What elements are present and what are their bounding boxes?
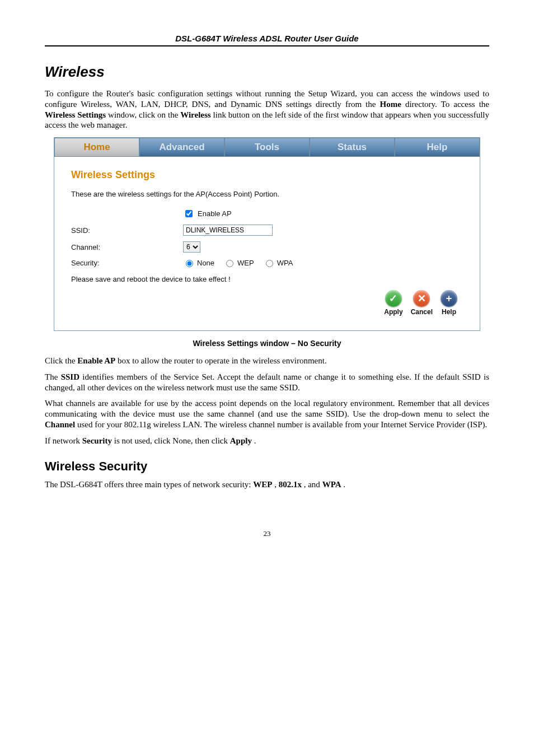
paragraph-security: If network Security is not used, click N… [45, 436, 489, 446]
screenshot-wireless-settings: Home Advanced Tools Status Help Wireless… [54, 137, 480, 331]
text: identifies members of the Service Set. A… [45, 372, 489, 392]
tab-tools[interactable]: Tools [224, 138, 310, 157]
security-label: Security: [71, 259, 183, 267]
text: box to allow the router to operate in th… [118, 356, 327, 365]
text: is not used, click None, then click [114, 436, 230, 445]
radio-wpa[interactable] [266, 260, 273, 267]
paragraph-wsec: The DSL-G684T offers three main types of… [45, 479, 489, 490]
text: Click the [45, 356, 77, 365]
channel-select[interactable]: 6 [183, 241, 200, 253]
intro-paragraph: To configure the Router's basic configur… [45, 88, 489, 130]
ssid-input[interactable] [183, 225, 273, 236]
section-heading-wireless: Wireless [45, 63, 489, 81]
cancel-button[interactable]: ✕ Cancel [411, 290, 433, 316]
paragraph-enable-ap: Click the Enable AP box to allow the rou… [45, 356, 489, 366]
plus-icon: + [441, 290, 457, 307]
security-option-wep[interactable]: WEP [223, 258, 254, 267]
radio-wpa-label: WPA [277, 259, 293, 267]
page-number: 23 [45, 529, 489, 538]
settings-panel: Wireless Settings These are the wireless… [54, 157, 480, 330]
paragraph-channel: What channels are available for use by t… [45, 398, 489, 430]
security-option-none[interactable]: None [183, 258, 214, 267]
save-reboot-note: Please save and reboot the device to tak… [71, 275, 463, 283]
page-header: DSL-G684T Wireless ADSL Router User Guid… [45, 34, 489, 43]
text: , [274, 480, 279, 489]
text-wireless-settings: Wireless Settings [45, 110, 106, 119]
text: window, click on the [108, 110, 180, 119]
apply-label: Apply [384, 308, 402, 316]
header-divider [45, 45, 489, 46]
paragraph-ssid: The SSID identifies members of the Servi… [45, 372, 489, 393]
panel-title: Wireless Settings [71, 169, 463, 181]
text-security: Security [82, 436, 112, 445]
button-row: ✓ Apply ✕ Cancel + Help [71, 290, 463, 316]
text-channel: Channel [45, 420, 75, 429]
text: The [45, 372, 61, 381]
security-option-wpa[interactable]: WPA [263, 258, 293, 267]
text: The DSL-G684T offers three main types of… [45, 480, 253, 489]
apply-button[interactable]: ✓ Apply [384, 290, 402, 316]
tab-home[interactable]: Home [54, 138, 139, 157]
text-home: Home [380, 100, 401, 109]
radio-none-label: None [197, 259, 214, 267]
panel-description: These are the wireless settings for the … [71, 190, 463, 198]
checkmark-icon: ✓ [385, 290, 402, 307]
cancel-icon: ✕ [413, 290, 430, 307]
help-button[interactable]: + Help [441, 290, 457, 316]
text-ssid: SSID [61, 372, 79, 381]
row-security: Security: None WEP WPA [71, 258, 463, 267]
text-enable-ap: Enable AP [77, 356, 115, 365]
help-label: Help [442, 308, 456, 316]
radio-none[interactable] [186, 260, 193, 267]
figure-caption: Wireless Settings window – No Security [45, 339, 489, 348]
tab-help[interactable]: Help [395, 138, 480, 157]
text-8021x: 802.1x [279, 480, 302, 489]
row-ssid: SSID: [71, 225, 463, 236]
cancel-label: Cancel [411, 308, 433, 316]
text-wireless-link: Wireless [180, 110, 210, 119]
radio-wep-label: WEP [237, 259, 254, 267]
radio-wep[interactable] [226, 260, 233, 267]
text: If network [45, 436, 82, 445]
tab-advanced[interactable]: Advanced [139, 138, 224, 157]
text: directory. To access the [405, 100, 489, 109]
text: , and [304, 480, 322, 489]
enable-ap-checkbox[interactable] [185, 210, 193, 217]
text: . [343, 480, 345, 489]
text: used for your 802.11g wireless LAN. The … [77, 420, 487, 429]
section-heading-wireless-security: Wireless Security [45, 459, 489, 474]
tab-bar: Home Advanced Tools Status Help [54, 138, 480, 157]
channel-label: Channel: [71, 243, 183, 251]
ssid-label: SSID: [71, 226, 183, 235]
enable-ap-label: Enable AP [198, 209, 232, 218]
row-enable-ap: Enable AP [71, 208, 463, 219]
tab-status[interactable]: Status [310, 138, 395, 157]
text: What channels are available for use by t… [45, 399, 489, 418]
text-apply: Apply [230, 436, 252, 445]
text-wpa: WPA [322, 480, 341, 489]
row-channel: Channel: 6 [71, 241, 463, 253]
text-wep: WEP [253, 480, 272, 489]
text: . [254, 436, 256, 445]
